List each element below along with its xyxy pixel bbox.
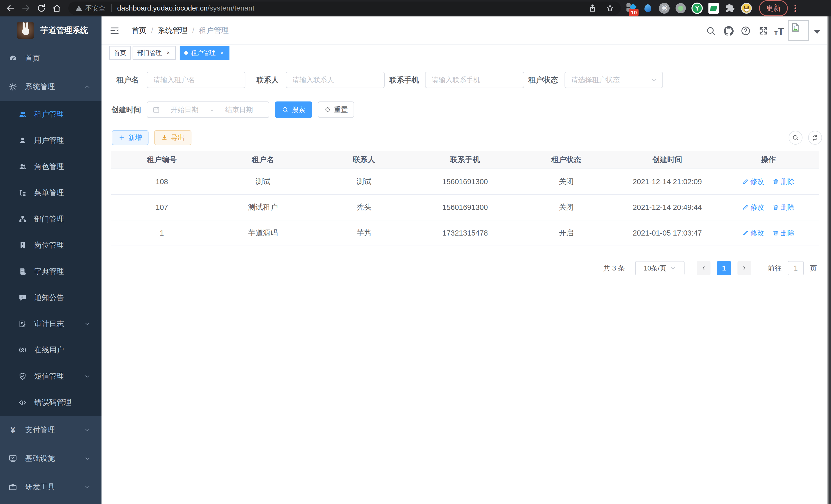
- extension-pinned-icon[interactable]: 10: [625, 2, 637, 14]
- export-button[interactable]: 导出: [154, 130, 192, 145]
- briefcase-icon: [8, 483, 17, 492]
- sidebar-item-infra[interactable]: 基础设施: [0, 444, 102, 473]
- col-mobile: 联系手机: [414, 151, 515, 169]
- chevron-up-icon: [84, 84, 91, 90]
- breadcrumb-system[interactable]: 系统管理: [158, 25, 188, 36]
- active-dot: [184, 51, 188, 55]
- browser-forward-icon[interactable]: [21, 3, 31, 13]
- app-header: 首页 / 系统管理 / 租户管理 тT: [102, 17, 831, 45]
- bookmark-star-icon[interactable]: [606, 4, 614, 12]
- refresh-table-button[interactable]: [808, 131, 822, 145]
- extension-chat-icon[interactable]: [708, 2, 719, 14]
- header-search-icon[interactable]: [706, 26, 716, 36]
- browser-toolbar: 不安全 dashboard.yudao.iocoder.cn/system/te…: [0, 0, 831, 17]
- edit-button[interactable]: 修改: [742, 177, 764, 186]
- browser-menu-icon[interactable]: [792, 4, 799, 13]
- pencil-icon: [742, 178, 749, 185]
- sidebar-item-system[interactable]: 系统管理: [0, 74, 102, 100]
- user-avatar[interactable]: [788, 20, 809, 41]
- next-page-button[interactable]: [738, 261, 751, 275]
- chevron-down-icon: [84, 427, 91, 433]
- screen-edge-scrollbar[interactable]: [827, 17, 831, 504]
- sidebar-item-menu[interactable]: 菜单管理: [0, 180, 102, 206]
- date-end-input[interactable]: 结束日期: [214, 105, 264, 114]
- font-size-icon[interactable]: тT: [774, 26, 784, 37]
- fullscreen-icon[interactable]: [758, 26, 768, 36]
- prev-page-button[interactable]: [697, 261, 711, 275]
- audit-log-icon: [19, 320, 27, 328]
- chevron-left-icon: [701, 265, 706, 271]
- reset-button[interactable]: 重置: [318, 101, 354, 118]
- close-icon[interactable]: ×: [166, 50, 171, 56]
- delete-button[interactable]: 删除: [772, 228, 795, 238]
- sidebar-item-error-code[interactable]: 错误码管理: [0, 389, 102, 416]
- avatar-caret-icon[interactable]: [814, 30, 821, 34]
- browser-reload-icon[interactable]: [36, 3, 46, 13]
- extension-command-icon[interactable]: ⌘: [658, 2, 670, 14]
- sidebar-item-sms[interactable]: 短信管理: [0, 363, 102, 389]
- col-contact: 联系人: [314, 151, 414, 169]
- sidebar-item-home[interactable]: 首页: [0, 46, 102, 71]
- table-row: 107 测试租户 秃头 15601691300 关闭 2021-12-14 20…: [111, 195, 819, 220]
- share-icon[interactable]: [589, 4, 597, 12]
- extension-record-icon[interactable]: [675, 2, 687, 14]
- edit-button[interactable]: 修改: [742, 203, 764, 212]
- date-range-picker[interactable]: 开始日期 - 结束日期: [147, 101, 269, 118]
- browser-home-icon[interactable]: [52, 3, 62, 13]
- sidebar-item-pay[interactable]: ¥ 支付管理: [0, 416, 102, 444]
- date-separator: -: [209, 106, 214, 114]
- sidebar-item-audit-log[interactable]: 审计日志: [0, 311, 102, 337]
- help-icon[interactable]: [741, 26, 751, 36]
- badge-icon: [19, 241, 27, 249]
- status-label: 租户状态: [520, 72, 558, 88]
- delete-button[interactable]: 删除: [772, 177, 795, 186]
- sidebar-item-notice[interactable]: 通知公告: [0, 285, 102, 311]
- code-icon: [19, 398, 27, 407]
- contact-input[interactable]: [286, 72, 385, 88]
- breadcrumb-separator: /: [192, 26, 194, 35]
- status-select[interactable]: 请选择租户状态: [565, 72, 663, 88]
- extension-badge: 10: [629, 9, 638, 16]
- goto-page-input[interactable]: [788, 261, 804, 275]
- browser-profile-avatar[interactable]: [741, 2, 752, 14]
- tenant-name-input[interactable]: [147, 72, 246, 88]
- extension-y-icon[interactable]: Y: [691, 2, 703, 14]
- search-button[interactable]: 搜索: [275, 101, 312, 118]
- add-button[interactable]: 新增: [112, 130, 148, 145]
- tab-tenant[interactable]: 租户管理 ×: [180, 46, 229, 60]
- sidebar-item-post[interactable]: 岗位管理: [0, 232, 102, 259]
- sidebar-item-online-user[interactable]: 在线用户: [0, 337, 102, 363]
- breadcrumb-home[interactable]: 首页: [132, 25, 146, 36]
- sidebar-item-dept[interactable]: 部门管理: [0, 206, 102, 232]
- sidebar-collapse-icon[interactable]: [110, 26, 119, 35]
- delete-button[interactable]: 删除: [772, 203, 795, 212]
- extensions-puzzle-icon[interactable]: [724, 2, 736, 14]
- github-icon[interactable]: [724, 26, 734, 36]
- tab-home[interactable]: 首页: [109, 46, 131, 60]
- browser-back-icon[interactable]: [6, 3, 16, 13]
- sidebar-item-dict[interactable]: 字典管理: [0, 259, 102, 285]
- table-row: 108 测试 测试 15601691300 关闭 2021-12-14 21:0…: [111, 169, 819, 195]
- address-bar[interactable]: 不安全 dashboard.yudao.iocoder.cn/system/te…: [68, 2, 621, 15]
- date-start-input[interactable]: 开始日期: [160, 105, 209, 114]
- org-tree-icon: [19, 215, 27, 223]
- sidebar-item-devtools[interactable]: 研发工具: [0, 473, 102, 501]
- toggle-search-button[interactable]: [789, 131, 802, 145]
- url-path: /system/tenant: [208, 4, 254, 12]
- page-size-select[interactable]: 10条/页: [635, 261, 685, 275]
- mobile-input[interactable]: [425, 72, 524, 88]
- page-number-button[interactable]: 1: [717, 261, 731, 275]
- edit-button[interactable]: 修改: [742, 228, 764, 238]
- col-tenant-name: 租户名: [212, 151, 313, 169]
- tag-tabbar: 首页 部门管理 × 租户管理 ×: [102, 45, 831, 61]
- extension-balloon-icon[interactable]: [642, 2, 654, 14]
- browser-update-button[interactable]: 更新: [759, 0, 788, 16]
- tab-dept[interactable]: 部门管理 ×: [133, 46, 176, 60]
- close-icon[interactable]: ×: [219, 50, 225, 56]
- app-logo[interactable]: 芋道管理系统: [0, 21, 102, 40]
- sidebar-item-tenant[interactable]: 租户管理: [0, 101, 102, 127]
- sidebar-item-user[interactable]: 用户管理: [0, 127, 102, 154]
- omnibox-divider: [111, 4, 112, 12]
- sidebar-item-role[interactable]: 角色管理: [0, 154, 102, 180]
- contact-label: 联系人: [248, 72, 279, 88]
